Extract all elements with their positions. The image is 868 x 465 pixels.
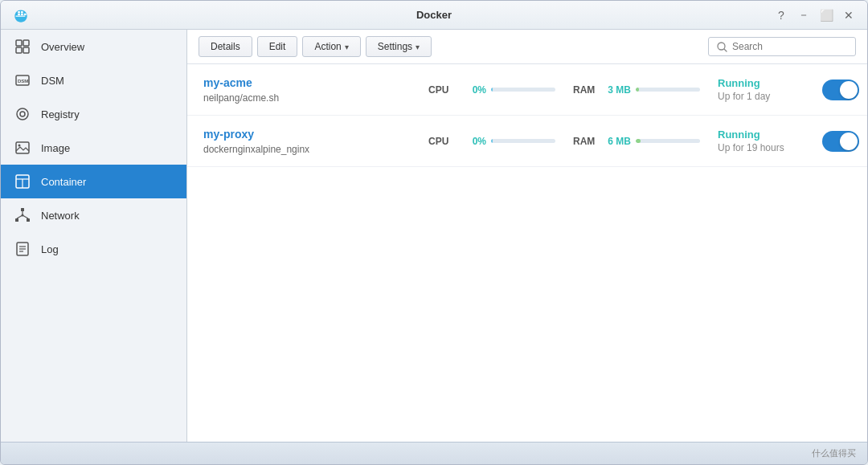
svg-rect-6 (16, 40, 22, 46)
ram-stats: RAM 6 MB (573, 136, 718, 147)
container-image: dockernginxalpine_nginx (203, 144, 428, 155)
svg-point-12 (17, 108, 28, 120)
container-icon (14, 173, 31, 190)
cpu-value: 0% (457, 136, 486, 147)
sidebar-label-container: Container (41, 176, 86, 188)
overview-icon (14, 38, 31, 55)
cpu-bar (491, 88, 493, 92)
log-icon (14, 240, 31, 258)
svg-rect-5 (15, 15, 25, 16)
sidebar: Overview DSM DSM Registry (1, 30, 187, 442)
toggle-knob (840, 81, 858, 99)
settings-button[interactable]: Settings ▾ (366, 36, 432, 57)
details-button[interactable]: Details (199, 36, 252, 57)
status-group: Running Up for 19 hours (718, 128, 822, 153)
toggle-wrap (822, 131, 859, 152)
svg-rect-7 (23, 40, 29, 46)
cpu-bar (491, 139, 493, 143)
sidebar-item-network[interactable]: Network (1, 198, 186, 232)
ram-value: 6 MB (602, 136, 631, 147)
status-badge: Running (718, 128, 822, 141)
ram-bar-wrap (636, 88, 700, 92)
sidebar-label-registry: Registry (41, 108, 80, 120)
svg-text:DSM: DSM (18, 79, 28, 84)
minimize-btn[interactable]: － (796, 8, 811, 22)
svg-rect-21 (27, 218, 30, 222)
action-button[interactable]: Action ▾ (302, 36, 360, 57)
main-layout: Overview DSM DSM Registry (1, 30, 867, 442)
restore-btn[interactable]: ⬜ (819, 8, 833, 22)
svg-rect-4 (21, 11, 23, 13)
bottombar: 什么值得买 (1, 442, 867, 464)
search-input[interactable] (732, 41, 847, 52)
app-title: Docker (416, 9, 452, 21)
container-name[interactable]: my-proxy (203, 128, 254, 141)
question-btn[interactable]: ? (774, 8, 788, 22)
sidebar-item-image[interactable]: Image (1, 131, 186, 165)
dsm-icon: DSM (14, 71, 31, 89)
ram-bar (636, 139, 641, 143)
sidebar-label-dsm: DSM (41, 75, 64, 87)
table-row: my-proxy dockernginxalpine_nginx CPU 0% … (187, 116, 867, 167)
network-icon (14, 206, 31, 224)
svg-point-13 (20, 112, 25, 116)
container-toggle[interactable] (822, 131, 859, 152)
svg-rect-8 (16, 47, 22, 53)
titlebar: Docker ? － ⬜ ✕ (1, 1, 867, 30)
status-group: Running Up for 1 day (718, 77, 822, 102)
container-name[interactable]: my-acme (203, 76, 252, 89)
svg-rect-14 (16, 142, 29, 153)
sidebar-label-network: Network (41, 210, 80, 222)
table-row: my-acme neilpang/acme.sh CPU 0% RAM 3 MB (187, 64, 867, 116)
ram-stats: RAM 3 MB (573, 84, 718, 96)
container-toggle[interactable] (822, 80, 859, 100)
search-icon (717, 42, 727, 52)
sidebar-item-dsm[interactable]: DSM DSM (1, 63, 186, 97)
cpu-stats: CPU 0% (428, 84, 573, 96)
svg-rect-19 (21, 208, 24, 211)
ram-label: RAM (573, 136, 597, 147)
ram-value: 3 MB (602, 84, 631, 96)
settings-label: Settings (378, 41, 412, 52)
cpu-label: CPU (428, 84, 452, 96)
ram-bar (636, 88, 639, 92)
svg-rect-20 (15, 218, 18, 222)
container-info: my-acme neilpang/acme.sh (203, 75, 428, 104)
toggle-wrap (822, 80, 859, 100)
ram-bar-wrap (636, 139, 700, 143)
svg-point-25 (22, 214, 24, 217)
cpu-bar-wrap (491, 139, 555, 143)
container-info: my-proxy dockernginxalpine_nginx (203, 127, 428, 155)
toolbar: Details Edit Action ▾ Settings ▾ (187, 30, 867, 64)
edit-button[interactable]: Edit (257, 36, 298, 57)
sidebar-label-overview: Overview (41, 41, 84, 53)
action-chevron-icon: ▾ (345, 43, 349, 51)
container-list: my-acme neilpang/acme.sh CPU 0% RAM 3 MB (187, 64, 867, 442)
svg-rect-0 (18, 13, 20, 14)
container-image: neilpang/acme.sh (203, 92, 428, 104)
action-label: Action (314, 41, 341, 52)
settings-chevron-icon: ▾ (416, 43, 420, 51)
svg-rect-2 (24, 13, 27, 14)
close-btn[interactable]: ✕ (841, 8, 856, 22)
cpu-value: 0% (457, 84, 486, 96)
content-area: Details Edit Action ▾ Settings ▾ (187, 30, 867, 442)
uptime-label: Up for 1 day (718, 91, 822, 102)
uptime-label: Up for 19 hours (718, 142, 822, 153)
watermark-text: 什么值得买 (812, 447, 856, 459)
ram-label: RAM (573, 84, 597, 96)
cpu-bar-wrap (491, 88, 555, 92)
registry-icon (14, 105, 31, 123)
svg-rect-3 (18, 11, 20, 13)
docker-logo (12, 6, 30, 24)
image-icon (14, 139, 31, 157)
sidebar-item-overview[interactable]: Overview (1, 30, 186, 63)
cpu-label: CPU (428, 136, 452, 147)
sidebar-item-registry[interactable]: Registry (1, 97, 186, 131)
sidebar-item-container[interactable]: Container (1, 165, 186, 198)
svg-point-15 (18, 145, 21, 147)
search-box[interactable] (708, 37, 856, 56)
svg-rect-1 (21, 13, 23, 14)
sidebar-item-log[interactable]: Log (1, 232, 186, 266)
svg-line-31 (724, 49, 727, 51)
